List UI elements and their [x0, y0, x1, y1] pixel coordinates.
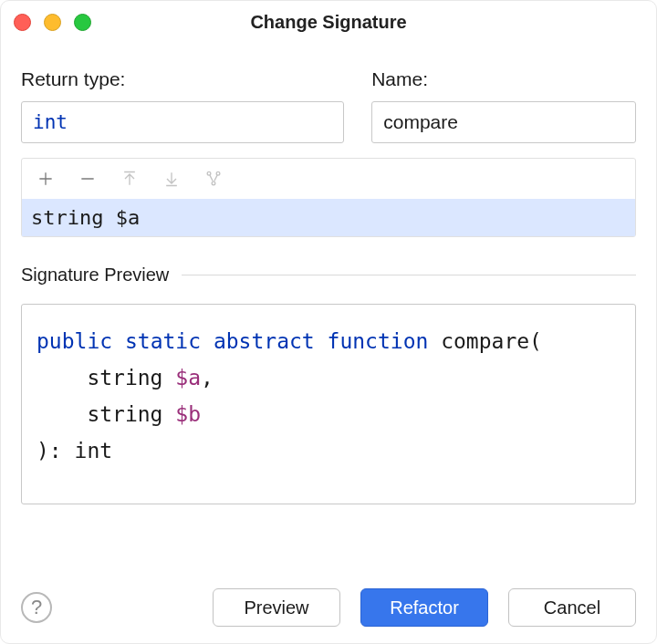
code-token: public — [36, 329, 112, 353]
preview-button[interactable]: Preview — [213, 588, 340, 627]
help-button[interactable]: ? — [21, 592, 52, 623]
code-token: string — [36, 366, 175, 390]
minimize-window-button[interactable] — [44, 14, 61, 31]
divider — [182, 275, 636, 275]
return-type-label: Return type: — [21, 68, 344, 90]
refactor-button[interactable]: Refactor — [360, 588, 488, 627]
name-input[interactable] — [371, 101, 636, 143]
fields-row: Return type: Name: — [21, 68, 636, 143]
svg-point-2 — [212, 182, 215, 185]
move-up-icon[interactable] — [119, 168, 141, 190]
parameter-row[interactable]: string $a — [22, 199, 635, 236]
signature-preview-label: Signature Preview — [21, 265, 169, 286]
signature-preview-header: Signature Preview — [21, 265, 636, 286]
propagate-icon[interactable] — [203, 168, 224, 190]
svg-point-0 — [207, 171, 211, 175]
code-token: static — [125, 329, 201, 353]
code-token: , — [201, 366, 214, 390]
zoom-window-button[interactable] — [74, 14, 91, 31]
code-token: $a — [175, 366, 201, 390]
code-token: abstract — [214, 329, 315, 353]
code-token — [112, 329, 125, 353]
svg-point-1 — [216, 171, 220, 175]
move-down-icon[interactable] — [161, 168, 182, 190]
code-token: ): int — [36, 439, 112, 462]
add-icon[interactable] — [35, 168, 57, 190]
close-window-button[interactable] — [14, 14, 31, 31]
dialog-content: Return type: Name: string $a — [1, 43, 656, 521]
code-token: $b — [175, 402, 201, 426]
signature-preview-box: public static abstract function compare(… — [21, 304, 636, 504]
parameters-panel: string $a — [21, 158, 636, 237]
code-token: string — [36, 402, 175, 426]
titlebar: Change Signature — [1, 1, 656, 43]
parameters-toolbar — [22, 159, 635, 199]
code-token: compare( — [428, 329, 542, 353]
code-token — [315, 329, 328, 353]
dialog-footer: ? Preview Refactor Cancel — [1, 576, 656, 643]
window-controls — [14, 14, 91, 31]
return-type-input[interactable] — [21, 101, 344, 143]
remove-icon[interactable] — [77, 168, 99, 190]
code-token — [201, 329, 214, 353]
code-token: function — [328, 329, 429, 353]
name-label: Name: — [371, 68, 636, 90]
window-title: Change Signature — [1, 12, 656, 33]
return-type-field: Return type: — [21, 68, 344, 143]
name-field: Name: — [371, 68, 636, 143]
cancel-button[interactable]: Cancel — [508, 588, 636, 627]
